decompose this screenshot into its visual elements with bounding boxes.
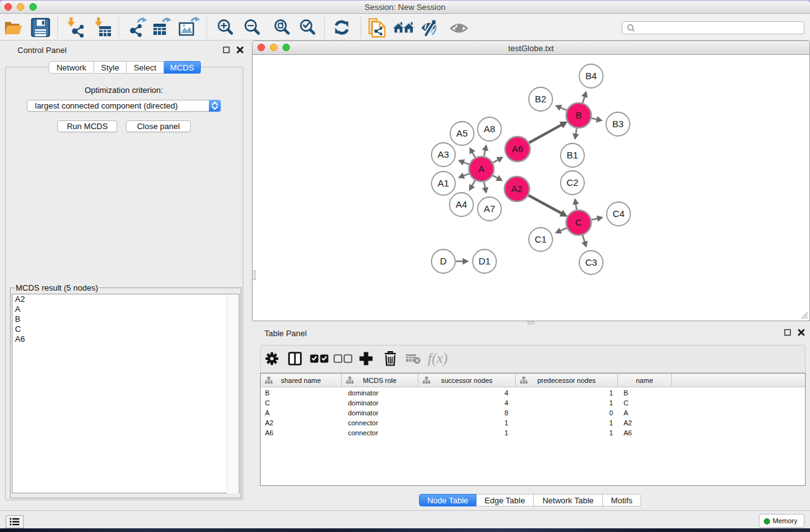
svg-text:A2: A2 — [511, 183, 523, 194]
svg-text:A1: A1 — [438, 178, 449, 188]
svg-text:A7: A7 — [484, 203, 495, 214]
svg-text:B1: B1 — [567, 150, 578, 160]
svg-text:C3: C3 — [585, 257, 597, 268]
svg-text:C1: C1 — [534, 234, 546, 244]
svg-text:A5: A5 — [456, 128, 468, 138]
svg-text:f(x): f(x) — [428, 351, 448, 366]
svg-text:D: D — [440, 256, 447, 266]
svg-text:A3: A3 — [438, 149, 449, 160]
svg-text:A: A — [478, 163, 485, 174]
svg-text:A8: A8 — [484, 123, 495, 134]
svg-text:B: B — [576, 110, 582, 120]
svg-text:C4: C4 — [612, 208, 624, 219]
svg-text:A4: A4 — [456, 199, 467, 210]
svg-text:B2: B2 — [535, 94, 546, 104]
svg-text:B4: B4 — [586, 70, 597, 81]
svg-text:C2: C2 — [566, 177, 578, 188]
svg-text:B3: B3 — [612, 118, 624, 129]
svg-text:D1: D1 — [478, 256, 490, 266]
svg-text:C: C — [576, 217, 582, 228]
svg-text:A6: A6 — [512, 143, 523, 154]
